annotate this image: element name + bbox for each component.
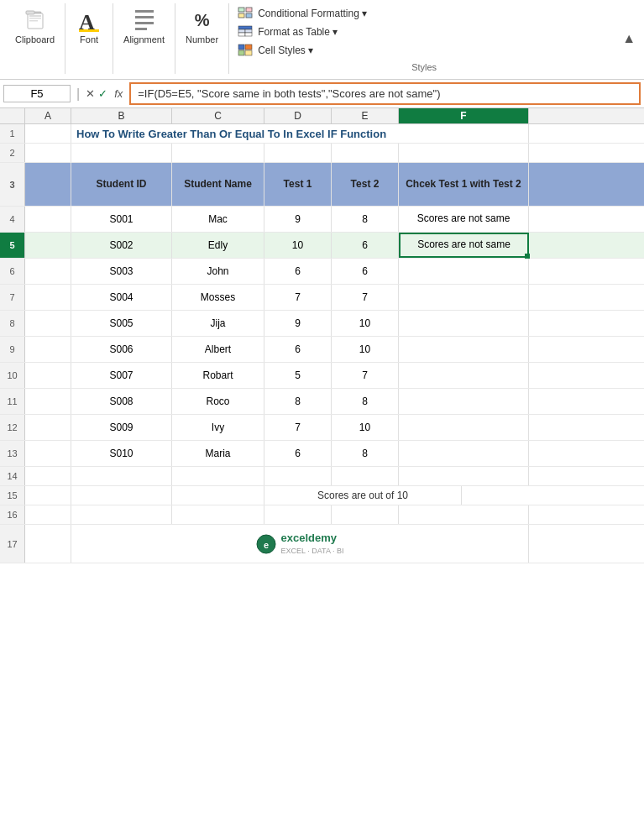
cell-F7[interactable] (399, 285, 529, 310)
cell-A5[interactable] (25, 233, 71, 258)
cell-E16[interactable] (332, 505, 399, 524)
cell-C10[interactable]: Robart (172, 363, 264, 388)
cell-D2[interactable] (264, 144, 332, 162)
col-header-A[interactable]: A (25, 108, 71, 123)
cell-E4[interactable]: 8 (332, 207, 399, 232)
cell-styles-button[interactable]: Cell Styles ▾ (236, 42, 612, 59)
cancel-formula-button[interactable]: ✕ (86, 87, 95, 100)
cell-C6[interactable]: John (172, 259, 264, 284)
cell-B10[interactable]: S007 (71, 363, 172, 388)
cell-F10[interactable] (399, 363, 529, 388)
cell-C5[interactable]: Edly (172, 233, 264, 258)
cell-E12[interactable]: 10 (332, 415, 399, 440)
cell-D10[interactable]: 5 (264, 363, 332, 388)
cell-E3[interactable]: Test 2 (332, 163, 399, 206)
number-button[interactable]: % Number (182, 5, 222, 46)
cell-F6[interactable] (399, 259, 529, 284)
cell-B6[interactable]: S003 (71, 259, 172, 284)
cell-B4[interactable]: S001 (71, 207, 172, 232)
cell-A15[interactable] (25, 486, 71, 505)
cell-B7[interactable]: S004 (71, 285, 172, 310)
cell-A13[interactable] (25, 441, 71, 466)
cell-F3[interactable]: Chcek Test 1 with Test 2 (399, 163, 529, 206)
cell-C7[interactable]: Mosses (172, 285, 264, 310)
cell-E2[interactable] (332, 144, 399, 162)
col-header-C[interactable]: C (172, 108, 264, 123)
cell-F9[interactable] (399, 337, 529, 362)
cell-B15[interactable] (71, 486, 172, 505)
cell-B11[interactable]: S008 (71, 389, 172, 414)
cell-D8[interactable]: 9 (264, 311, 332, 336)
cell-A8[interactable] (25, 311, 71, 336)
cell-D6[interactable]: 6 (264, 259, 332, 284)
cell-B2[interactable] (71, 144, 172, 162)
cell-A3[interactable] (25, 163, 71, 206)
cell-F13[interactable] (399, 441, 529, 466)
name-box[interactable] (3, 85, 71, 102)
cell-C12[interactable]: Ivy (172, 415, 264, 440)
cell-A6[interactable] (25, 259, 71, 284)
cell-E11[interactable]: 8 (332, 389, 399, 414)
cell-D5[interactable]: 10 (264, 233, 332, 258)
cell-E13[interactable]: 8 (332, 441, 399, 466)
cell-B9[interactable]: S006 (71, 337, 172, 362)
format-as-table-button[interactable]: Format as Table ▾ (236, 24, 612, 40)
cell-C15[interactable] (172, 486, 264, 505)
cell-B3[interactable]: Student ID (71, 163, 172, 206)
cell-A11[interactable] (25, 389, 71, 414)
formula-input[interactable] (129, 82, 641, 105)
cell-F4[interactable]: Scores are not same (399, 207, 529, 232)
cell-E7[interactable]: 7 (332, 285, 399, 310)
cell-D9[interactable]: 6 (264, 337, 332, 362)
cell-D13[interactable]: 6 (264, 441, 332, 466)
cell-F5[interactable]: Scores are not same (399, 233, 529, 258)
cell-E14[interactable] (332, 467, 399, 485)
cell-D4[interactable]: 9 (264, 207, 332, 232)
clipboard-button[interactable]: Clipboard (12, 5, 58, 46)
confirm-formula-button[interactable]: ✓ (98, 87, 107, 100)
cell-F8[interactable] (399, 311, 529, 336)
cell-D16[interactable] (264, 505, 332, 524)
col-header-B[interactable]: B (71, 108, 172, 123)
cell-C4[interactable]: Mac (172, 207, 264, 232)
cell-C3[interactable]: Student Name (172, 163, 264, 206)
cell-A2[interactable] (25, 144, 71, 162)
cell-B13[interactable]: S010 (71, 441, 172, 466)
cell-C2[interactable] (172, 144, 264, 162)
cell-B12[interactable]: S009 (71, 415, 172, 440)
cell-A4[interactable] (25, 207, 71, 232)
cell-C8[interactable]: Jija (172, 311, 264, 336)
cell-E9[interactable]: 10 (332, 337, 399, 362)
cell-A10[interactable] (25, 363, 71, 388)
alignment-button[interactable]: Alignment (120, 5, 168, 46)
cell-C9[interactable]: Albert (172, 337, 264, 362)
col-header-D[interactable]: D (264, 108, 332, 123)
cell-A1[interactable] (25, 124, 71, 143)
col-header-F[interactable]: F (399, 108, 529, 123)
cell-B16[interactable] (71, 505, 172, 524)
font-button[interactable]: A Font (72, 5, 106, 46)
cell-D7[interactable]: 7 (264, 285, 332, 310)
cell-F16[interactable] (399, 505, 529, 524)
conditional-formatting-button[interactable]: Conditional Formatting ▾ (236, 5, 612, 22)
cell-A12[interactable] (25, 415, 71, 440)
cell-E8[interactable]: 10 (332, 311, 399, 336)
cell-C11[interactable]: Roco (172, 389, 264, 414)
cell-C14[interactable] (172, 467, 264, 485)
cell-F12[interactable] (399, 415, 529, 440)
cell-F14[interactable] (399, 467, 529, 485)
cell-A17[interactable] (25, 525, 71, 563)
cell-C13[interactable]: Maria (172, 441, 264, 466)
cell-F11[interactable] (399, 389, 529, 414)
cell-A9[interactable] (25, 337, 71, 362)
cell-D11[interactable]: 8 (264, 389, 332, 414)
cell-E6[interactable]: 6 (332, 259, 399, 284)
cell-E10[interactable]: 7 (332, 363, 399, 388)
cell-A16[interactable] (25, 505, 71, 524)
cell-F2[interactable] (399, 144, 529, 162)
cell-C16[interactable] (172, 505, 264, 524)
cell-B5[interactable]: S002 (71, 233, 172, 258)
cell-D3[interactable]: Test 1 (264, 163, 332, 206)
col-header-E[interactable]: E (332, 108, 399, 123)
cell-A14[interactable] (25, 467, 71, 485)
